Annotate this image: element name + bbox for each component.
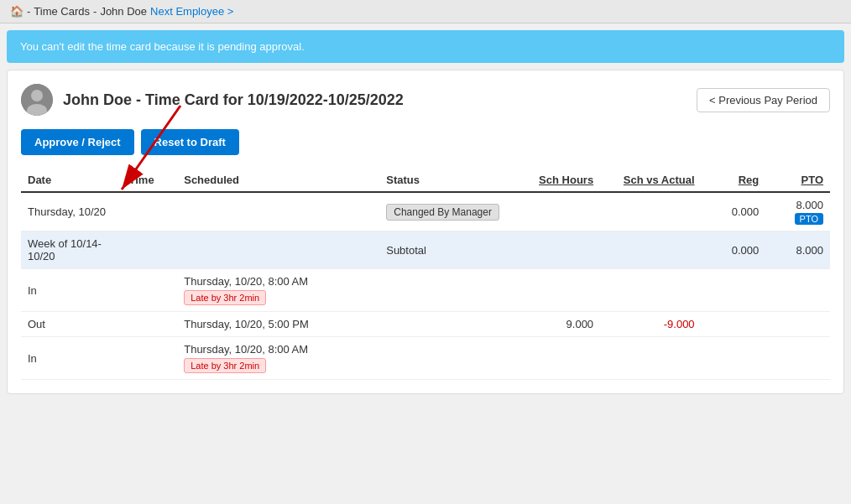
top-bar: 🏠 - Time Cards - John Doe Next Employee … xyxy=(0,0,851,23)
row-sch-vs-actual xyxy=(600,192,702,231)
row-sch-hours xyxy=(526,269,600,312)
time-card-table: Date Time Scheduled Status Sch Hours Sch… xyxy=(21,169,830,380)
card-header: John Doe - Time Card for 10/19/2022-10/2… xyxy=(21,84,830,116)
breadcrumb-separator: - xyxy=(27,5,30,18)
subtotal-empty-1 xyxy=(123,231,178,269)
col-scheduled: Scheduled xyxy=(177,169,379,192)
row-time xyxy=(123,337,178,380)
alert-bar: You can't edit the time card because it … xyxy=(7,30,844,63)
col-reg: Reg xyxy=(702,169,766,192)
col-date: Date xyxy=(21,169,123,192)
row-pto xyxy=(765,337,830,380)
row-reg xyxy=(702,269,766,312)
subtotal-empty-2 xyxy=(177,231,379,269)
row-scheduled xyxy=(177,192,379,231)
subtotal-status: Subtotal xyxy=(379,231,526,269)
reset-draft-button[interactable]: Reset to Draft xyxy=(141,129,239,155)
action-buttons: Approve / Reject Reset to Draft xyxy=(21,129,830,155)
row-direction: Out xyxy=(21,312,123,337)
row-reg xyxy=(702,337,766,380)
alert-message: You can't edit the time card because it … xyxy=(20,40,305,53)
row-time xyxy=(123,269,178,312)
table-header-row: Date Time Scheduled Status Sch Hours Sch… xyxy=(21,169,830,192)
subtotal-sch-vs-actual xyxy=(600,231,702,269)
row-pto: 8.000 PTO xyxy=(765,192,830,231)
row-status: Changed By Manager xyxy=(379,192,526,231)
table-row: Out Thursday, 10/20, 5:00 PM 9.000 -9.00… xyxy=(21,312,830,337)
pto-badge: PTO xyxy=(795,213,823,225)
row-scheduled: Thursday, 10/20, 8:00 AM Late by 3hr 2mi… xyxy=(177,337,379,380)
col-sch-hours: Sch Hours xyxy=(526,169,600,192)
breadcrumb-employee: John Doe xyxy=(100,5,147,18)
subtotal-row: Week of 10/14-10/20 Subtotal 0.000 8.000 xyxy=(21,231,830,269)
table-row: Thursday, 10/20 Changed By Manager 0.000… xyxy=(21,192,830,231)
svg-point-1 xyxy=(31,90,43,101)
row-scheduled: Thursday, 10/20, 8:00 AM Late by 3hr 2mi… xyxy=(177,269,379,312)
breadcrumb-dash: - xyxy=(93,5,97,18)
subtotal-pto: 8.000 xyxy=(765,231,830,269)
row-sch-vs-actual xyxy=(600,269,702,312)
subtotal-reg: 0.000 xyxy=(702,231,766,269)
breadcrumb-section: Time Cards xyxy=(34,5,90,18)
row-sch-hours xyxy=(526,337,600,380)
table-row: In Thursday, 10/20, 8:00 AM Late by 3hr … xyxy=(21,269,830,312)
row-time xyxy=(123,192,178,231)
row-sch-vs-actual xyxy=(600,337,702,380)
row-status xyxy=(379,337,526,380)
row-direction: In xyxy=(21,269,123,312)
table-row: In Thursday, 10/20, 8:00 AM Late by 3hr … xyxy=(21,337,830,380)
main-card: John Doe - Time Card for 10/19/2022-10/2… xyxy=(7,70,844,394)
approve-reject-button[interactable]: Approve / Reject xyxy=(21,129,134,155)
status-badge: Changed By Manager xyxy=(386,204,499,221)
next-employee-link[interactable]: Next Employee > xyxy=(150,5,233,18)
row-sch-hours: 9.000 xyxy=(526,312,600,337)
row-date: Thursday, 10/20 xyxy=(21,192,123,231)
col-status: Status xyxy=(379,169,526,192)
row-sch-vs-actual: -9.000 xyxy=(600,312,702,337)
subtotal-label: Week of 10/14-10/20 xyxy=(21,231,123,269)
row-sch-hours xyxy=(526,192,600,231)
row-reg xyxy=(702,312,766,337)
table-wrapper: Date Time Scheduled Status Sch Hours Sch… xyxy=(21,169,830,380)
row-status xyxy=(379,269,526,312)
row-pto xyxy=(765,269,830,312)
card-title: John Doe - Time Card for 10/19/2022-10/2… xyxy=(63,91,687,109)
row-time xyxy=(123,312,178,337)
avatar xyxy=(21,84,53,116)
col-pto: PTO xyxy=(765,169,830,192)
late-badge: Late by 3hr 2min xyxy=(184,358,266,373)
col-time: Time xyxy=(123,169,178,192)
subtotal-sch-hours xyxy=(526,231,600,269)
late-badge: Late by 3hr 2min xyxy=(184,290,266,305)
row-status xyxy=(379,312,526,337)
col-sch-vs-actual: Sch vs Actual xyxy=(600,169,702,192)
row-scheduled: Thursday, 10/20, 5:00 PM xyxy=(177,312,379,337)
row-direction: In xyxy=(21,337,123,380)
prev-period-button[interactable]: < Previous Pay Period xyxy=(697,88,830,112)
row-reg: 0.000 xyxy=(702,192,766,231)
row-pto xyxy=(765,312,830,337)
home-icon[interactable]: 🏠 xyxy=(10,5,23,18)
